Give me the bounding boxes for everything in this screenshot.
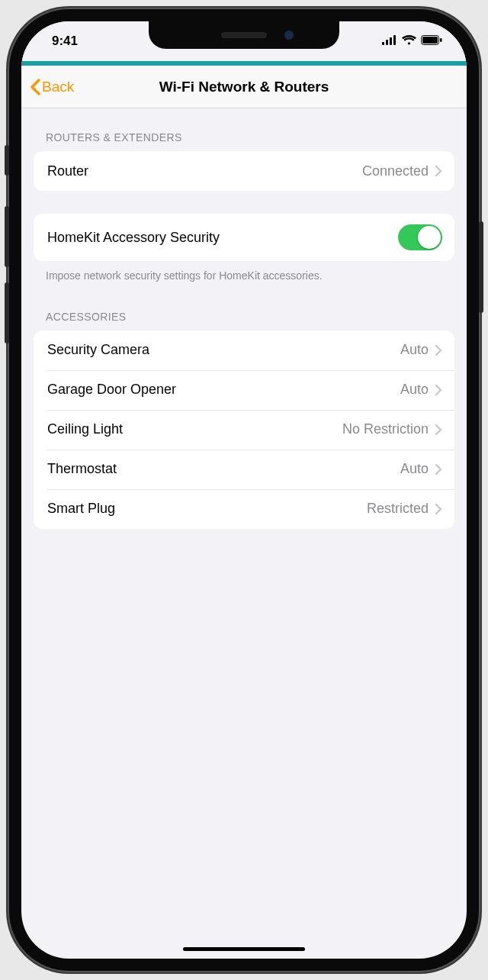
chevron-right-icon — [435, 503, 442, 515]
content[interactable]: ROUTERS & EXTENDERS Router Connected Hom… — [21, 108, 467, 959]
phone-frame: 9:41 Back Wi-Fi Network & — [8, 8, 480, 972]
section-header-accessories: ACCESSORIES — [21, 288, 467, 330]
row-value: Connected — [362, 163, 429, 179]
row-label: Thermostat — [47, 461, 117, 477]
chevron-right-icon — [435, 384, 442, 396]
power-button — [479, 221, 483, 313]
row-label: Security Camera — [47, 342, 149, 358]
volume-up — [5, 206, 9, 267]
row-label: Smart Plug — [47, 501, 115, 517]
volume-down — [5, 282, 9, 343]
row-value: Auto — [400, 382, 429, 398]
status-time: 9:41 — [52, 34, 78, 49]
mute-switch — [5, 145, 9, 176]
row-label: Router — [47, 163, 88, 179]
chevron-right-icon — [435, 165, 442, 177]
svg-rect-6 — [440, 38, 442, 42]
front-camera — [284, 31, 294, 40]
row-ceiling-light[interactable]: Ceiling Light No Restriction — [34, 410, 454, 450]
row-thermostat[interactable]: Thermostat Auto — [34, 450, 454, 489]
back-label: Back — [42, 79, 74, 95]
svg-rect-1 — [386, 40, 388, 45]
row-label: Ceiling Light — [47, 421, 123, 437]
row-security-camera[interactable]: Security Camera Auto — [34, 330, 454, 370]
chevron-right-icon — [435, 463, 442, 475]
section-footer: Impose network security settings for Hom… — [21, 261, 467, 288]
section-header-routers: ROUTERS & EXTENDERS — [21, 108, 467, 151]
svg-rect-3 — [393, 35, 396, 45]
group-security-toggle: HomeKit Accessory Security — [34, 214, 454, 261]
homekit-security-toggle[interactable] — [398, 224, 442, 250]
notch — [149, 21, 339, 49]
home-indicator[interactable] — [183, 947, 305, 951]
row-homekit-security: HomeKit Accessory Security — [34, 214, 454, 261]
speaker — [221, 32, 267, 38]
wifi-icon — [402, 34, 416, 49]
back-button[interactable]: Back — [29, 79, 74, 95]
battery-icon — [421, 34, 442, 49]
svg-rect-2 — [390, 37, 392, 45]
chevron-right-icon — [435, 344, 442, 356]
group-accessories: Security Camera Auto Garage Door Opener … — [34, 330, 454, 529]
cellular-icon — [382, 34, 397, 49]
nav-bar: Back Wi-Fi Network & Routers — [21, 66, 467, 108]
group-routers: Router Connected — [34, 151, 454, 191]
row-value: Auto — [400, 342, 429, 358]
row-value: No Restriction — [342, 421, 429, 437]
row-label: Garage Door Opener — [47, 382, 176, 398]
svg-rect-0 — [382, 42, 384, 45]
row-garage-door[interactable]: Garage Door Opener Auto — [34, 370, 454, 410]
chevron-right-icon — [435, 424, 442, 436]
chevron-left-icon — [29, 79, 40, 95]
svg-rect-5 — [422, 37, 438, 44]
row-value: Auto — [400, 461, 429, 477]
screen: 9:41 Back Wi-Fi Network & — [21, 21, 467, 959]
row-router[interactable]: Router Connected — [34, 151, 454, 191]
toggle-knob — [418, 226, 441, 249]
row-value: Restricted — [367, 501, 429, 517]
row-smart-plug[interactable]: Smart Plug Restricted — [34, 489, 454, 529]
page-title: Wi-Fi Network & Routers — [21, 79, 467, 95]
row-label: HomeKit Accessory Security — [47, 230, 220, 246]
